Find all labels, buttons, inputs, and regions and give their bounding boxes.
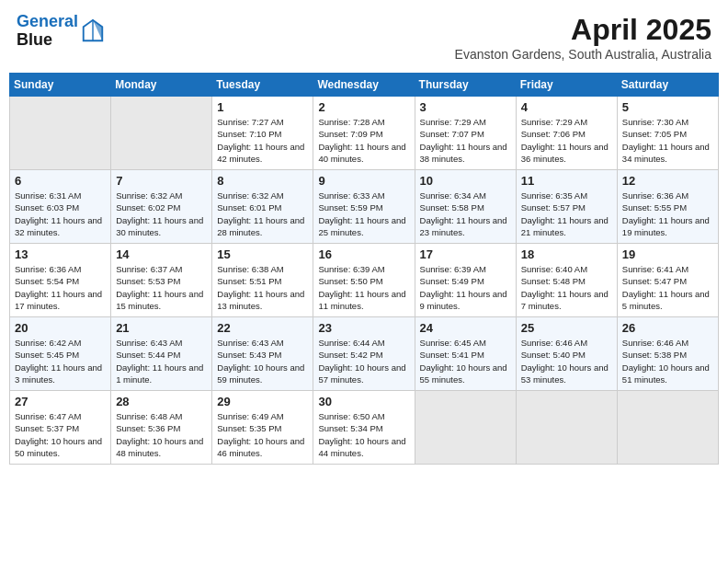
day-number: 20	[15, 321, 106, 335]
week-row-5: 27Sunrise: 6:47 AMSunset: 5:37 PMDayligh…	[10, 391, 719, 465]
day-info: Sunrise: 6:46 AMSunset: 5:38 PMDaylight:…	[622, 337, 713, 385]
day-info: Sunrise: 6:47 AMSunset: 5:37 PMDaylight:…	[15, 410, 106, 459]
day-number: 3	[420, 100, 511, 114]
day-cell: 17Sunrise: 6:39 AMSunset: 5:49 PMDayligh…	[415, 244, 516, 317]
day-info: Sunrise: 6:32 AMSunset: 6:01 PMDaylight:…	[217, 190, 308, 238]
day-number: 23	[318, 321, 409, 335]
day-info: Sunrise: 6:37 AMSunset: 5:53 PMDaylight:…	[116, 263, 207, 312]
day-number: 10	[420, 174, 511, 188]
day-cell: 5Sunrise: 7:30 AMSunset: 7:05 PMDaylight…	[617, 97, 718, 170]
day-cell: 21Sunrise: 6:43 AMSunset: 5:44 PMDayligh…	[111, 317, 212, 391]
day-number: 21	[116, 321, 207, 335]
day-info: Sunrise: 6:46 AMSunset: 5:40 PMDaylight:…	[521, 337, 612, 385]
day-info: Sunrise: 6:50 AMSunset: 5:34 PMDaylight:…	[318, 410, 409, 459]
day-cell: 24Sunrise: 6:45 AMSunset: 5:41 PMDayligh…	[415, 317, 516, 391]
day-cell: 10Sunrise: 6:34 AMSunset: 5:58 PMDayligh…	[415, 170, 516, 244]
day-cell: 15Sunrise: 6:38 AMSunset: 5:51 PMDayligh…	[212, 244, 313, 317]
day-number: 1	[217, 100, 308, 114]
day-cell: 3Sunrise: 7:29 AMSunset: 7:07 PMDaylight…	[415, 97, 516, 170]
day-info: Sunrise: 6:40 AMSunset: 5:48 PMDaylight:…	[521, 263, 612, 312]
day-info: Sunrise: 6:39 AMSunset: 5:50 PMDaylight:…	[318, 263, 409, 312]
day-cell: 16Sunrise: 6:39 AMSunset: 5:50 PMDayligh…	[313, 244, 415, 317]
day-cell: 8Sunrise: 6:32 AMSunset: 6:01 PMDaylight…	[212, 170, 313, 244]
day-header-wednesday: Wednesday	[313, 74, 415, 97]
day-info: Sunrise: 7:27 AMSunset: 7:10 PMDaylight:…	[217, 116, 308, 165]
day-cell: 19Sunrise: 6:41 AMSunset: 5:47 PMDayligh…	[617, 244, 718, 317]
day-info: Sunrise: 6:42 AMSunset: 5:45 PMDaylight:…	[15, 337, 106, 385]
day-number: 11	[521, 174, 612, 188]
title-block: April 2025 Evanston Gardens, South Austr…	[455, 13, 711, 62]
day-cell	[617, 391, 718, 465]
day-number: 29	[217, 395, 308, 408]
day-info: Sunrise: 6:31 AMSunset: 6:03 PMDaylight:…	[15, 190, 106, 238]
day-number: 22	[217, 321, 308, 335]
day-number: 30	[318, 395, 409, 408]
day-cell: 18Sunrise: 6:40 AMSunset: 5:48 PMDayligh…	[516, 244, 617, 317]
day-number: 8	[217, 174, 308, 188]
day-info: Sunrise: 6:44 AMSunset: 5:42 PMDaylight:…	[318, 337, 409, 385]
page-header: GeneralBlue April 2025 Evanston Gardens,…	[9, 9, 719, 65]
day-cell	[516, 391, 617, 465]
day-info: Sunrise: 6:41 AMSunset: 5:47 PMDaylight:…	[622, 263, 713, 312]
day-number: 16	[318, 247, 409, 261]
day-cell: 29Sunrise: 6:49 AMSunset: 5:35 PMDayligh…	[212, 391, 313, 465]
location-subtitle: Evanston Gardens, South Australia, Austr…	[455, 47, 711, 62]
day-number: 17	[420, 247, 511, 261]
day-number: 18	[521, 247, 612, 261]
day-cell	[10, 97, 111, 170]
day-cell: 4Sunrise: 7:29 AMSunset: 7:06 PMDaylight…	[516, 97, 617, 170]
day-number: 13	[15, 247, 106, 261]
day-number: 6	[15, 174, 106, 188]
day-cell: 14Sunrise: 6:37 AMSunset: 5:53 PMDayligh…	[111, 244, 212, 317]
day-cell: 7Sunrise: 6:32 AMSunset: 6:02 PMDaylight…	[111, 170, 212, 244]
day-info: Sunrise: 6:38 AMSunset: 5:51 PMDaylight:…	[217, 263, 308, 312]
day-number: 19	[622, 247, 713, 261]
day-number: 28	[116, 395, 207, 408]
day-header-tuesday: Tuesday	[212, 74, 313, 97]
day-info: Sunrise: 6:48 AMSunset: 5:36 PMDaylight:…	[116, 410, 207, 459]
day-info: Sunrise: 7:29 AMSunset: 7:07 PMDaylight:…	[420, 116, 511, 165]
week-row-2: 6Sunrise: 6:31 AMSunset: 6:03 PMDaylight…	[10, 170, 719, 244]
day-info: Sunrise: 6:35 AMSunset: 5:57 PMDaylight:…	[521, 190, 612, 238]
day-cell: 20Sunrise: 6:42 AMSunset: 5:45 PMDayligh…	[10, 317, 111, 391]
day-cell: 26Sunrise: 6:46 AMSunset: 5:38 PMDayligh…	[617, 317, 718, 391]
day-number: 27	[15, 395, 106, 408]
day-info: Sunrise: 6:39 AMSunset: 5:49 PMDaylight:…	[420, 263, 511, 312]
day-cell: 28Sunrise: 6:48 AMSunset: 5:36 PMDayligh…	[111, 391, 212, 465]
day-info: Sunrise: 6:36 AMSunset: 5:55 PMDaylight:…	[622, 190, 713, 238]
day-info: Sunrise: 6:34 AMSunset: 5:58 PMDaylight:…	[420, 190, 511, 238]
day-info: Sunrise: 7:30 AMSunset: 7:05 PMDaylight:…	[622, 116, 713, 165]
day-cell: 23Sunrise: 6:44 AMSunset: 5:42 PMDayligh…	[313, 317, 415, 391]
day-number: 15	[217, 247, 308, 261]
day-info: Sunrise: 7:29 AMSunset: 7:06 PMDaylight:…	[521, 116, 612, 165]
day-cell: 6Sunrise: 6:31 AMSunset: 6:03 PMDaylight…	[10, 170, 111, 244]
calendar-table: SundayMondayTuesdayWednesdayThursdayFrid…	[9, 73, 719, 465]
day-number: 7	[116, 174, 207, 188]
day-header-saturday: Saturday	[617, 74, 718, 97]
day-number: 25	[521, 321, 612, 335]
week-row-3: 13Sunrise: 6:36 AMSunset: 5:54 PMDayligh…	[10, 244, 719, 317]
day-info: Sunrise: 6:45 AMSunset: 5:41 PMDaylight:…	[420, 337, 511, 385]
day-cell: 1Sunrise: 7:27 AMSunset: 7:10 PMDaylight…	[212, 97, 313, 170]
day-cell: 12Sunrise: 6:36 AMSunset: 5:55 PMDayligh…	[617, 170, 718, 244]
day-header-friday: Friday	[516, 74, 617, 97]
week-row-4: 20Sunrise: 6:42 AMSunset: 5:45 PMDayligh…	[10, 317, 719, 391]
day-info: Sunrise: 6:43 AMSunset: 5:43 PMDaylight:…	[217, 337, 308, 385]
logo-text: GeneralBlue	[17, 13, 78, 50]
day-number: 14	[116, 247, 207, 261]
day-cell: 27Sunrise: 6:47 AMSunset: 5:37 PMDayligh…	[10, 391, 111, 465]
day-info: Sunrise: 6:43 AMSunset: 5:44 PMDaylight:…	[116, 337, 207, 385]
month-title: April 2025	[455, 13, 711, 47]
day-info: Sunrise: 6:36 AMSunset: 5:54 PMDaylight:…	[15, 263, 106, 312]
logo: GeneralBlue	[17, 13, 106, 50]
day-info: Sunrise: 6:49 AMSunset: 5:35 PMDaylight:…	[217, 410, 308, 459]
day-cell: 2Sunrise: 7:28 AMSunset: 7:09 PMDaylight…	[313, 97, 415, 170]
day-cell	[415, 391, 516, 465]
day-number: 26	[622, 321, 713, 335]
day-cell	[111, 97, 212, 170]
day-number: 4	[521, 100, 612, 114]
day-cell: 11Sunrise: 6:35 AMSunset: 5:57 PMDayligh…	[516, 170, 617, 244]
day-header-thursday: Thursday	[415, 74, 516, 97]
week-row-1: 1Sunrise: 7:27 AMSunset: 7:10 PMDaylight…	[10, 97, 719, 170]
day-number: 5	[622, 100, 713, 114]
